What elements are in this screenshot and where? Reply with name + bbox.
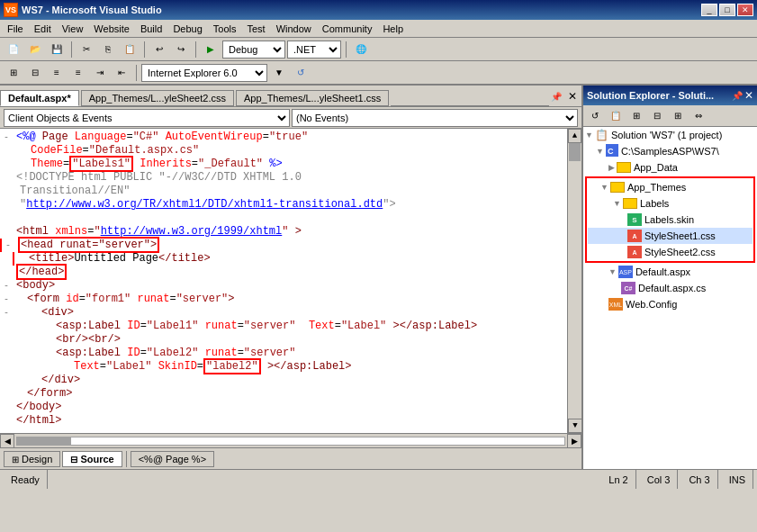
menu-website[interactable]: Website bbox=[88, 22, 135, 36]
title-bar: VS WS7 - Microsoft Visual Studio _ □ ✕ bbox=[0, 0, 757, 20]
undo-button[interactable]: ↩ bbox=[149, 40, 169, 59]
tree-labels-skin[interactable]: S Labels.skin bbox=[588, 212, 752, 228]
menu-debug[interactable]: Debug bbox=[167, 22, 207, 36]
menu-view[interactable]: View bbox=[57, 22, 89, 36]
save-button[interactable]: 💾 bbox=[47, 40, 67, 59]
tabs-close-button[interactable]: ✕ bbox=[565, 86, 580, 106]
code-line-19: </div> bbox=[0, 374, 581, 387]
se-pin-button[interactable]: 📌 bbox=[732, 89, 743, 102]
status-ln: Ln 2 bbox=[601, 470, 635, 489]
cut-button[interactable]: ✂ bbox=[77, 40, 96, 59]
app-icon: VS bbox=[4, 3, 18, 17]
tabs-pin-button[interactable]: 📌 bbox=[549, 86, 563, 106]
web-button[interactable]: 🌐 bbox=[351, 40, 371, 59]
toolbar-2: ⊞ ⊟ ≡ ≡ ⇥ ⇤ Internet Explorer 6.0 ▼ ↺ bbox=[0, 61, 757, 85]
toolbar-1: 📄 📂 💾 ✂ ⎘ 📋 ↩ ↪ ▶ Debug .NET 🌐 bbox=[0, 38, 757, 61]
debug-combo[interactable]: Debug bbox=[222, 41, 285, 59]
ln-text: Ln 2 bbox=[608, 474, 627, 485]
se-filter-btn[interactable]: ⊟ bbox=[647, 106, 667, 126]
menu-help[interactable]: Help bbox=[377, 22, 409, 36]
source-tab[interactable]: ⊟ Source bbox=[62, 451, 122, 467]
menu-bar: File Edit View Website Build Debug Tools… bbox=[0, 20, 757, 38]
tree-project[interactable]: ▼ C C:\SamplesASP\WS7\ bbox=[583, 143, 757, 159]
design-tab[interactable]: ⊞ Design bbox=[4, 451, 60, 467]
defaultaspx-expand-icon: ▼ bbox=[608, 267, 617, 276]
expand-4 bbox=[0, 171, 13, 185]
refresh-button[interactable]: ↺ bbox=[291, 63, 311, 83]
menu-edit[interactable]: Edit bbox=[29, 22, 57, 36]
tree-appthemes[interactable]: ▼ App_Themes bbox=[588, 179, 752, 195]
design-tab-label: Design bbox=[22, 454, 52, 464]
bottom-tabs: ⊞ Design ⊟ Source <%@ Page %> bbox=[0, 447, 581, 469]
se-show-all-btn[interactable]: ⊞ bbox=[626, 106, 646, 126]
se-refresh-btn[interactable]: ↺ bbox=[585, 106, 605, 126]
code-scrollbar[interactable]: ▲ ▼ bbox=[567, 129, 581, 433]
tree-default-cs[interactable]: C# Default.aspx.cs bbox=[583, 280, 757, 296]
se-properties-btn[interactable]: 📋 bbox=[606, 106, 626, 126]
expand-3 bbox=[0, 158, 13, 171]
tb2-btn2[interactable]: ⊟ bbox=[25, 63, 45, 83]
browser-combo[interactable]: Internet Explorer 6.0 bbox=[141, 64, 267, 82]
solution-expand-icon: ▼ bbox=[585, 131, 593, 140]
tb2-btn3[interactable]: ≡ bbox=[47, 63, 67, 83]
tb2-btn6[interactable]: ⇤ bbox=[112, 63, 131, 83]
skin-icon: S bbox=[627, 213, 642, 226]
expand-1: - bbox=[0, 131, 13, 144]
code-line-1: - <%@ Page Language="C#" AutoEventWireup… bbox=[0, 131, 581, 144]
copy-button[interactable]: ⎘ bbox=[98, 40, 118, 59]
toolbar-sep-1 bbox=[71, 41, 72, 58]
se-title: Solution Explorer - Soluti... bbox=[587, 90, 714, 101]
browser-dropdown[interactable]: ▼ bbox=[269, 63, 289, 83]
code-line-11: </head> bbox=[0, 266, 581, 279]
new-file-button[interactable]: 📄 bbox=[4, 40, 23, 59]
tree-appdata[interactable]: ▶ App_Data bbox=[583, 159, 757, 176]
labels-folder-label: Labels bbox=[640, 198, 669, 209]
menu-build[interactable]: Build bbox=[135, 22, 167, 36]
tb2-btn1[interactable]: ⊞ bbox=[4, 63, 23, 83]
tab-default-aspx[interactable]: Default.aspx* bbox=[0, 90, 79, 106]
tree-default-aspx[interactable]: ▼ ASP Default.aspx bbox=[583, 264, 757, 280]
code-line-6: "http://www.w3.org/TR/xhtml1/DTD/xhtml1-… bbox=[0, 198, 581, 212]
horizontal-scrollbar[interactable]: ◀ ▶ bbox=[0, 433, 581, 447]
tree-labels-folder[interactable]: ▼ Labels bbox=[588, 195, 752, 212]
tree-webconfig[interactable]: XML Web.Config bbox=[583, 296, 757, 312]
client-objects-dropdown[interactable]: Client Objects & Events bbox=[4, 109, 290, 127]
framework-combo[interactable]: .NET bbox=[287, 41, 341, 59]
tb2-btn4[interactable]: ≡ bbox=[68, 63, 88, 83]
folder-icon-labels bbox=[623, 198, 637, 209]
close-button[interactable]: ✕ bbox=[737, 4, 753, 16]
paste-button[interactable]: 📋 bbox=[120, 40, 140, 59]
tab-stylesheet2[interactable]: App_Themes/L...yleSheet2.css bbox=[81, 90, 234, 106]
status-ch: Ch 3 bbox=[681, 470, 717, 489]
folder-icon-appdata bbox=[617, 162, 631, 173]
server-tag-tab[interactable]: <%@ Page %> bbox=[131, 451, 214, 467]
code-line-15: <asp:Label ID="Label1" runat="server" Te… bbox=[0, 320, 581, 333]
code-area[interactable]: - <%@ Page Language="C#" AutoEventWireup… bbox=[0, 129, 581, 433]
stylesheet1-label: StyleSheet1.css bbox=[644, 230, 716, 241]
status-ins: INS bbox=[722, 470, 753, 489]
se-sync-btn[interactable]: ⇔ bbox=[689, 106, 708, 126]
menu-test[interactable]: Test bbox=[241, 22, 270, 36]
project-expand-icon: ▼ bbox=[596, 147, 604, 156]
se-close-button[interactable]: ✕ bbox=[744, 89, 753, 102]
minimize-button[interactable]: _ bbox=[701, 4, 717, 16]
redo-button[interactable]: ↪ bbox=[171, 40, 191, 59]
status-bar: Ready Ln 2 Col 3 Ch 3 INS bbox=[0, 469, 757, 489]
start-debug-button[interactable]: ▶ bbox=[201, 40, 221, 59]
code-line-21: </body> bbox=[0, 401, 581, 414]
tab-stylesheet1[interactable]: App_Themes/L...yleSheet1.css bbox=[236, 90, 389, 106]
menu-tools[interactable]: Tools bbox=[208, 22, 242, 36]
se-nest-btn[interactable]: ⊞ bbox=[668, 106, 688, 126]
tree-stylesheet2[interactable]: A StyleSheet2.css bbox=[588, 244, 752, 260]
menu-file[interactable]: File bbox=[2, 22, 29, 36]
tb2-btn5[interactable]: ⇥ bbox=[90, 63, 110, 83]
code-line-18: Text="Label" SkinID="label2" ></asp:Labe… bbox=[0, 360, 581, 374]
events-dropdown[interactable]: (No Events) bbox=[292, 109, 578, 127]
open-button[interactable]: 📂 bbox=[25, 40, 45, 59]
tree-stylesheet1[interactable]: A StyleSheet1.css bbox=[588, 228, 752, 244]
maximize-button[interactable]: □ bbox=[719, 4, 735, 16]
menu-community[interactable]: Community bbox=[317, 22, 378, 36]
expand-13: - bbox=[0, 293, 13, 306]
menu-window[interactable]: Window bbox=[271, 22, 317, 36]
tree-solution[interactable]: ▼ 📋 Solution 'WS7' (1 project) bbox=[583, 127, 757, 143]
